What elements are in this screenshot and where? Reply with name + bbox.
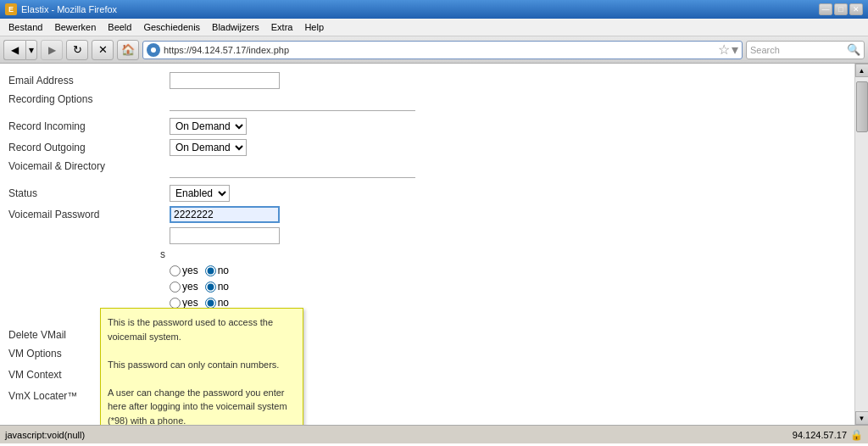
status-bar: javascript:void(null) 94.124.57.17 🔒 <box>0 425 868 443</box>
yes-radio3[interactable]: yes <box>170 297 198 309</box>
tooltip-line8: (*98) with a phone. <box>108 415 186 426</box>
voicemail-password-row: Voicemail Password <box>0 206 854 223</box>
tooltip-line4: This password can only contain numbers. <box>108 360 279 370</box>
tooltip-line6: A user can change the password you enter <box>108 387 285 398</box>
record-outgoing-row: Record Outgoing On Demand <box>0 139 854 156</box>
divider2 <box>170 177 415 178</box>
back-dropdown[interactable]: ▾ <box>25 40 37 60</box>
maximize-button[interactable]: □ <box>834 3 848 15</box>
voicemail-password-label: Voicemail Password <box>8 209 170 220</box>
tooltip-line2: voicemail system. <box>108 332 181 342</box>
bookmark-icon[interactable]: ☆ <box>718 42 730 58</box>
scroll-up-button[interactable]: ▲ <box>855 64 869 77</box>
status-left: javascript:void(null) <box>5 430 85 440</box>
record-outgoing-label: Record Outgoing <box>8 142 170 153</box>
menu-bar: Bestand Bewerken Beeld Geschiedenis Blad… <box>0 19 868 36</box>
app-icon: E <box>5 3 17 15</box>
menu-bewerken[interactable]: Bewerken <box>49 20 101 34</box>
scroll-track[interactable] <box>855 77 869 411</box>
forward-button[interactable]: ▶ <box>41 40 63 60</box>
minimize-button[interactable]: — <box>819 3 832 15</box>
back-button[interactable]: ◀ <box>3 40 25 60</box>
record-outgoing-select[interactable]: On Demand <box>170 139 247 156</box>
tooltip-line1: This is the password used to access the <box>108 317 273 327</box>
yes-radio2[interactable]: yes <box>170 281 198 293</box>
search-icon[interactable]: 🔍 <box>847 43 860 56</box>
divider1 <box>170 110 415 111</box>
search-bar[interactable]: Search 🔍 <box>746 41 865 59</box>
nav-bar: ◀ ▾ ▶ ↻ ✕ 🏠 https://94.124.57.17/index.p… <box>0 36 868 64</box>
menu-bestand[interactable]: Bestand <box>3 20 47 34</box>
no-radio2[interactable]: no <box>205 281 229 293</box>
s-row: s <box>0 248 854 260</box>
stop-button[interactable]: ✕ <box>92 40 114 60</box>
title-bar: E Elastix - Mozilla Firefox — □ ✕ <box>0 0 868 19</box>
recording-options-section: Recording Options <box>0 93 854 105</box>
scroll-down-button[interactable]: ▼ <box>855 411 869 425</box>
search-placeholder: Search <box>750 45 845 55</box>
empty-field-row1 <box>0 227 854 244</box>
status-right-text: 94.124.57.17 <box>793 430 847 440</box>
address-text: https://94.124.57.17/index.php <box>164 45 715 55</box>
home-button[interactable]: 🏠 <box>117 40 139 60</box>
empty-input1[interactable] <box>170 227 280 244</box>
menu-beeld[interactable]: Beeld <box>103 20 136 34</box>
no-radio1[interactable]: no <box>205 265 229 276</box>
email-address-input[interactable] <box>170 72 280 89</box>
email-address-label: Email Address <box>8 75 170 86</box>
menu-extra[interactable]: Extra <box>266 20 298 34</box>
recording-options-label: Recording Options <box>8 93 170 105</box>
ssl-icon <box>147 43 160 57</box>
yes-radio1[interactable]: yes <box>170 265 198 276</box>
bookmark-dropdown[interactable]: ▾ <box>732 42 738 58</box>
status-label: Status <box>8 187 170 199</box>
address-bar[interactable]: https://94.124.57.17/index.php ☆ ▾ <box>142 41 743 59</box>
menu-help[interactable]: Help <box>299 20 329 34</box>
record-incoming-label: Record Incoming <box>8 120 170 132</box>
tooltip: This is the password used to access the … <box>100 308 303 425</box>
reload-button[interactable]: ↻ <box>66 40 88 60</box>
radio-row1: yes no <box>0 265 854 276</box>
menu-geschiedenis[interactable]: Geschiedenis <box>138 20 205 34</box>
status-select[interactable]: Enabled <box>170 185 230 202</box>
page-content: Email Address Recording Options Record I… <box>0 64 854 425</box>
menu-bladwijzers[interactable]: Bladwijzers <box>207 20 264 34</box>
record-incoming-select[interactable]: On Demand <box>170 118 247 135</box>
lock-icon: 🔒 <box>850 429 863 441</box>
s-label: s <box>8 248 170 260</box>
status-row: Status Enabled <box>0 185 854 202</box>
close-button[interactable]: ✕ <box>849 3 863 15</box>
window-title: Elastix - Mozilla Firefox <box>21 4 117 14</box>
voicemail-directory-label: Voicemail & Directory <box>8 160 170 172</box>
voicemail-password-input[interactable] <box>170 206 280 223</box>
radio-row2: yes no <box>0 281 854 293</box>
scroll-thumb[interactable] <box>856 81 868 132</box>
record-incoming-row: Record Incoming On Demand <box>0 118 854 135</box>
radio-row3: yes no <box>0 297 854 309</box>
no-radio3[interactable]: no <box>205 297 229 309</box>
voicemail-directory-section: Voicemail & Directory <box>0 160 854 172</box>
email-address-row: Email Address <box>0 72 854 89</box>
scrollbar: ▲ ▼ <box>854 64 868 425</box>
page-wrapper: Email Address Recording Options Record I… <box>0 64 868 425</box>
tooltip-line7: here after logging into the voicemail sy… <box>108 401 287 411</box>
